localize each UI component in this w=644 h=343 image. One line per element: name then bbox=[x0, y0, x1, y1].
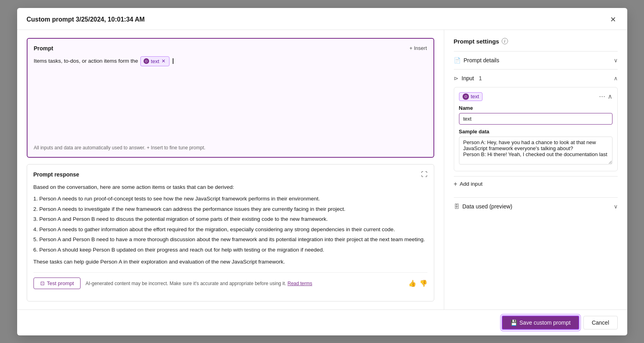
modal-title: Custom prompt 3/25/2024, 10:01:34 AM bbox=[27, 16, 145, 23]
data-icon: 🗄 bbox=[454, 203, 459, 210]
input-card-tag: ⊙ text bbox=[459, 92, 483, 101]
name-field-label: Name bbox=[459, 105, 612, 111]
thumbs-up-button[interactable]: 👍 bbox=[408, 280, 416, 287]
list-item: 4. Person A needs to gather information … bbox=[33, 225, 427, 234]
prompt-hint: All inputs and data are automatically us… bbox=[34, 145, 427, 151]
modal-header: Custom prompt 3/25/2024, 10:01:34 AM ✕ bbox=[17, 8, 627, 30]
prompt-tag: ⊙ text ✕ bbox=[140, 56, 169, 67]
prompt-details-label: Prompt details bbox=[464, 57, 499, 63]
right-panel: Prompt settings i 📄 Prompt details ∨ bbox=[444, 30, 627, 309]
prompt-cursor bbox=[173, 58, 173, 64]
input-accordion-body: ⊙ text ⋯ ∧ Name Sample data bbox=[454, 87, 618, 192]
list-item: 5. Person A and Person B need to have a … bbox=[33, 235, 427, 244]
expand-button[interactable]: ⛶ bbox=[421, 171, 427, 178]
prompt-section-header: Prompt + Insert bbox=[34, 45, 427, 52]
save-icon: 💾 bbox=[510, 319, 517, 326]
cancel-button[interactable]: Cancel bbox=[583, 316, 618, 329]
list-item: 6. Person A should keep Person B updated… bbox=[33, 246, 427, 254]
thumbs-down-button[interactable]: 👎 bbox=[419, 280, 427, 287]
list-item: 3. Person A and Person B need to discuss… bbox=[33, 215, 427, 224]
card-tag-icon: ⊙ bbox=[463, 93, 469, 100]
data-used-accordion: 🗄 Data used (preview) ∨ bbox=[454, 197, 618, 215]
modal-body: Prompt + Insert Items tasks, to-dos, or … bbox=[17, 30, 627, 309]
modal-footer: 💾 Save custom prompt Cancel bbox=[17, 309, 627, 335]
left-panel: Prompt + Insert Items tasks, to-dos, or … bbox=[17, 30, 444, 309]
list-item: 2. Person A needs to investigate if the … bbox=[33, 205, 427, 214]
input-icon: ⊳ bbox=[454, 75, 459, 81]
prompt-section: Prompt + Insert Items tasks, to-dos, or … bbox=[27, 38, 434, 158]
more-options-button[interactable]: ⋯ bbox=[599, 93, 605, 100]
name-field-input[interactable] bbox=[459, 113, 612, 125]
collapse-button[interactable]: ∧ bbox=[608, 93, 612, 100]
modal-overlay: Custom prompt 3/25/2024, 10:01:34 AM ✕ P… bbox=[0, 0, 644, 343]
feedback-buttons: 👍 👎 bbox=[408, 280, 427, 287]
add-input-label: Add input bbox=[460, 181, 483, 187]
response-label: Prompt response bbox=[33, 171, 79, 178]
prompt-details-header[interactable]: 📄 Prompt details ∨ bbox=[454, 57, 618, 63]
modal: Custom prompt 3/25/2024, 10:01:34 AM ✕ P… bbox=[17, 8, 627, 335]
insert-button[interactable]: + Insert bbox=[410, 45, 427, 51]
input-card-header: ⊙ text ⋯ ∧ bbox=[459, 92, 612, 101]
data-used-header[interactable]: 🗄 Data used (preview) ∨ bbox=[454, 203, 618, 210]
chevron-down-icon-2: ∨ bbox=[614, 203, 618, 210]
prompt-response-section: Prompt response ⛶ Based on the conversat… bbox=[27, 164, 434, 301]
test-prompt-icon: ⊡ bbox=[40, 280, 45, 286]
sample-data-label: Sample data bbox=[459, 129, 612, 135]
data-used-label: Data used (preview) bbox=[463, 203, 512, 210]
prompt-tag-row: Items tasks, to-dos, or action items for… bbox=[34, 56, 427, 67]
input-card: ⊙ text ⋯ ∧ Name Sample data bbox=[454, 87, 618, 171]
read-terms-link[interactable]: Read terms bbox=[288, 281, 312, 286]
plus-icon: + bbox=[454, 180, 457, 188]
input-tag-label: text bbox=[471, 93, 479, 99]
tag-icon: ⊙ bbox=[144, 58, 149, 64]
test-prompt-label: Test prompt bbox=[47, 280, 74, 286]
response-footer: ⊡ Test prompt AI-generated content may b… bbox=[33, 272, 427, 289]
response-list: 1. Person A needs to run proof-of-concep… bbox=[33, 194, 427, 254]
tag-text: text bbox=[151, 57, 159, 65]
prompt-label: Prompt bbox=[34, 45, 53, 52]
settings-title: Prompt settings i bbox=[454, 38, 618, 45]
sample-data-textarea[interactable]: Person A: Hey, have you had a chance to … bbox=[459, 137, 612, 165]
response-conclusion: These tasks can help guide Person A in t… bbox=[33, 258, 427, 266]
ai-disclaimer: AI-generated content may be incorrect. M… bbox=[85, 281, 403, 286]
save-custom-prompt-button[interactable]: 💾 Save custom prompt bbox=[502, 315, 579, 330]
prompt-content[interactable]: Items tasks, to-dos, or action items for… bbox=[34, 56, 427, 140]
input-label: Input bbox=[462, 75, 474, 81]
input-card-actions: ⋯ ∧ bbox=[599, 93, 612, 100]
prompt-prefix-text: Items tasks, to-dos, or action items for… bbox=[34, 57, 138, 65]
chevron-up-icon: ∧ bbox=[614, 75, 618, 81]
input-count: 1 bbox=[479, 75, 482, 81]
add-input-row[interactable]: + Add input bbox=[454, 176, 618, 192]
test-prompt-button[interactable]: ⊡ Test prompt bbox=[33, 278, 81, 289]
input-accordion-header[interactable]: ⊳ Input 1 ∧ bbox=[454, 75, 618, 81]
response-intro: Based on the conversation, here are some… bbox=[33, 183, 427, 192]
list-item: 1. Person A needs to run proof-of-concep… bbox=[33, 194, 427, 203]
response-header: Prompt response ⛶ bbox=[33, 171, 427, 178]
chevron-down-icon: ∨ bbox=[614, 57, 618, 63]
document-icon: 📄 bbox=[454, 57, 461, 63]
save-label: Save custom prompt bbox=[520, 319, 571, 326]
response-content: Based on the conversation, here are some… bbox=[33, 183, 427, 266]
info-icon: i bbox=[502, 38, 508, 44]
input-accordion: ⊳ Input 1 ∧ ⊙ text bbox=[454, 69, 618, 197]
close-button[interactable]: ✕ bbox=[609, 14, 618, 25]
prompt-details-accordion: 📄 Prompt details ∨ bbox=[454, 51, 618, 69]
tag-close-button[interactable]: ✕ bbox=[161, 58, 166, 64]
